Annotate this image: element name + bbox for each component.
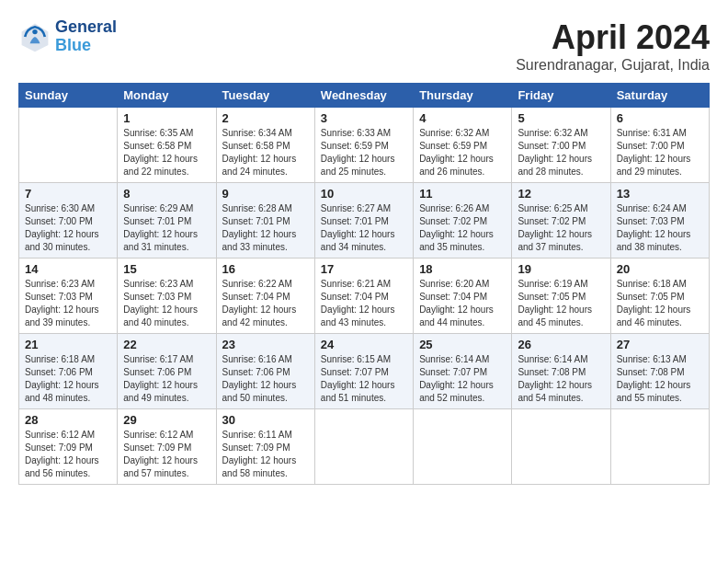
day-number: 16 <box>222 262 309 276</box>
day-cell: 23Sunrise: 6:16 AMSunset: 7:06 PMDayligh… <box>216 334 314 409</box>
location: Surendranagar, Gujarat, India <box>516 57 710 74</box>
day-cell: 15Sunrise: 6:23 AMSunset: 7:03 PMDayligh… <box>118 259 216 334</box>
day-cell: 26Sunrise: 6:14 AMSunset: 7:08 PMDayligh… <box>512 334 610 409</box>
day-info: Sunrise: 6:13 AMSunset: 7:08 PMDaylight:… <box>617 353 703 405</box>
day-info: Sunrise: 6:21 AMSunset: 7:04 PMDaylight:… <box>321 278 407 329</box>
title-block: April 2024 Surendranagar, Gujarat, India <box>516 18 710 74</box>
day-cell: 28Sunrise: 6:12 AMSunset: 7:09 PMDayligh… <box>19 409 118 485</box>
day-number: 4 <box>419 111 506 125</box>
day-info: Sunrise: 6:25 AMSunset: 7:02 PMDaylight:… <box>518 202 604 254</box>
day-number: 14 <box>25 262 111 276</box>
day-cell: 7Sunrise: 6:30 AMSunset: 7:00 PMDaylight… <box>19 183 118 259</box>
day-cell: 11Sunrise: 6:26 AMSunset: 7:02 PMDayligh… <box>414 183 512 259</box>
svg-point-1 <box>32 29 37 34</box>
day-cell: 25Sunrise: 6:14 AMSunset: 7:07 PMDayligh… <box>414 334 512 409</box>
header-cell-sunday: Sunday <box>19 84 118 108</box>
header-cell-thursday: Thursday <box>414 84 512 108</box>
day-cell: 19Sunrise: 6:19 AMSunset: 7:05 PMDayligh… <box>512 259 610 334</box>
day-cell <box>414 409 512 485</box>
day-cell: 5Sunrise: 6:32 AMSunset: 7:00 PMDaylight… <box>512 108 610 183</box>
week-row-2: 14Sunrise: 6:23 AMSunset: 7:03 PMDayligh… <box>19 259 710 334</box>
day-cell: 14Sunrise: 6:23 AMSunset: 7:03 PMDayligh… <box>19 259 118 334</box>
day-info: Sunrise: 6:14 AMSunset: 7:08 PMDaylight:… <box>518 353 604 405</box>
day-number: 12 <box>518 187 604 201</box>
day-cell: 21Sunrise: 6:18 AMSunset: 7:06 PMDayligh… <box>19 334 118 409</box>
day-info: Sunrise: 6:29 AMSunset: 7:01 PMDaylight:… <box>123 202 210 254</box>
day-info: Sunrise: 6:15 AMSunset: 7:07 PMDaylight:… <box>321 353 407 405</box>
day-cell: 10Sunrise: 6:27 AMSunset: 7:01 PMDayligh… <box>314 183 413 259</box>
day-number: 15 <box>123 262 210 276</box>
day-number: 7 <box>25 187 111 201</box>
day-number: 20 <box>617 262 703 276</box>
day-info: Sunrise: 6:17 AMSunset: 7:06 PMDaylight:… <box>123 353 210 405</box>
day-number: 2 <box>222 111 309 125</box>
day-info: Sunrise: 6:26 AMSunset: 7:02 PMDaylight:… <box>419 202 506 254</box>
day-info: Sunrise: 6:32 AMSunset: 7:00 PMDaylight:… <box>518 127 604 178</box>
day-cell: 3Sunrise: 6:33 AMSunset: 6:59 PMDaylight… <box>314 108 413 183</box>
calendar-body: 1Sunrise: 6:35 AMSunset: 6:58 PMDaylight… <box>19 108 710 485</box>
day-cell <box>512 409 610 485</box>
day-cell: 20Sunrise: 6:18 AMSunset: 7:05 PMDayligh… <box>610 259 709 334</box>
day-number: 30 <box>222 413 309 427</box>
day-cell: 1Sunrise: 6:35 AMSunset: 6:58 PMDaylight… <box>118 108 216 183</box>
day-number: 21 <box>25 338 111 351</box>
week-row-3: 21Sunrise: 6:18 AMSunset: 7:06 PMDayligh… <box>19 334 710 409</box>
day-info: Sunrise: 6:24 AMSunset: 7:03 PMDaylight:… <box>617 202 703 254</box>
day-info: Sunrise: 6:33 AMSunset: 6:59 PMDaylight:… <box>321 127 407 178</box>
day-cell: 29Sunrise: 6:12 AMSunset: 7:09 PMDayligh… <box>118 409 216 485</box>
day-cell: 22Sunrise: 6:17 AMSunset: 7:06 PMDayligh… <box>118 334 216 409</box>
day-info: Sunrise: 6:12 AMSunset: 7:09 PMDaylight:… <box>25 429 111 480</box>
day-number: 24 <box>321 338 407 351</box>
header-row: SundayMondayTuesdayWednesdayThursdayFrid… <box>19 84 710 108</box>
day-info: Sunrise: 6:35 AMSunset: 6:58 PMDaylight:… <box>123 127 210 178</box>
day-cell <box>610 409 709 485</box>
day-info: Sunrise: 6:23 AMSunset: 7:03 PMDaylight:… <box>25 278 111 329</box>
day-number: 1 <box>123 111 210 125</box>
day-number: 11 <box>419 187 506 201</box>
calendar-header: SundayMondayTuesdayWednesdayThursdayFrid… <box>19 84 710 108</box>
week-row-1: 7Sunrise: 6:30 AMSunset: 7:00 PMDaylight… <box>19 183 710 259</box>
logo-text: General Blue <box>55 18 117 55</box>
day-info: Sunrise: 6:31 AMSunset: 7:00 PMDaylight:… <box>617 127 703 178</box>
day-cell: 16Sunrise: 6:22 AMSunset: 7:04 PMDayligh… <box>216 259 314 334</box>
day-cell: 2Sunrise: 6:34 AMSunset: 6:58 PMDaylight… <box>216 108 314 183</box>
week-row-4: 28Sunrise: 6:12 AMSunset: 7:09 PMDayligh… <box>19 409 710 485</box>
day-number: 9 <box>222 187 309 201</box>
day-info: Sunrise: 6:23 AMSunset: 7:03 PMDaylight:… <box>123 278 210 329</box>
day-number: 10 <box>321 187 407 201</box>
day-cell <box>314 409 413 485</box>
day-cell: 27Sunrise: 6:13 AMSunset: 7:08 PMDayligh… <box>610 334 709 409</box>
day-number: 19 <box>518 262 604 276</box>
day-number: 26 <box>518 338 604 351</box>
day-info: Sunrise: 6:27 AMSunset: 7:01 PMDaylight:… <box>321 202 407 254</box>
day-number: 5 <box>518 111 604 125</box>
day-number: 23 <box>222 338 309 351</box>
day-cell: 18Sunrise: 6:20 AMSunset: 7:04 PMDayligh… <box>414 259 512 334</box>
month-title: April 2024 <box>516 18 710 57</box>
day-number: 3 <box>321 111 407 125</box>
day-info: Sunrise: 6:12 AMSunset: 7:09 PMDaylight:… <box>123 429 210 480</box>
header-cell-friday: Friday <box>512 84 610 108</box>
day-info: Sunrise: 6:11 AMSunset: 7:09 PMDaylight:… <box>222 429 309 480</box>
day-info: Sunrise: 6:32 AMSunset: 6:59 PMDaylight:… <box>419 127 506 178</box>
week-row-0: 1Sunrise: 6:35 AMSunset: 6:58 PMDaylight… <box>19 108 710 183</box>
logo: General Blue <box>18 18 117 55</box>
day-info: Sunrise: 6:22 AMSunset: 7:04 PMDaylight:… <box>222 278 309 329</box>
day-number: 28 <box>25 413 111 427</box>
day-info: Sunrise: 6:28 AMSunset: 7:01 PMDaylight:… <box>222 202 309 254</box>
day-info: Sunrise: 6:30 AMSunset: 7:00 PMDaylight:… <box>25 202 111 254</box>
header-cell-wednesday: Wednesday <box>314 84 413 108</box>
day-info: Sunrise: 6:20 AMSunset: 7:04 PMDaylight:… <box>419 278 506 329</box>
header-cell-saturday: Saturday <box>610 84 709 108</box>
header-cell-monday: Monday <box>118 84 216 108</box>
day-number: 17 <box>321 262 407 276</box>
logo-icon <box>18 20 51 53</box>
day-info: Sunrise: 6:18 AMSunset: 7:06 PMDaylight:… <box>25 353 111 405</box>
day-cell <box>19 108 118 183</box>
day-cell: 4Sunrise: 6:32 AMSunset: 6:59 PMDaylight… <box>414 108 512 183</box>
day-info: Sunrise: 6:19 AMSunset: 7:05 PMDaylight:… <box>518 278 604 329</box>
day-cell: 8Sunrise: 6:29 AMSunset: 7:01 PMDaylight… <box>118 183 216 259</box>
day-cell: 12Sunrise: 6:25 AMSunset: 7:02 PMDayligh… <box>512 183 610 259</box>
day-number: 13 <box>617 187 703 201</box>
day-info: Sunrise: 6:14 AMSunset: 7:07 PMDaylight:… <box>419 353 506 405</box>
